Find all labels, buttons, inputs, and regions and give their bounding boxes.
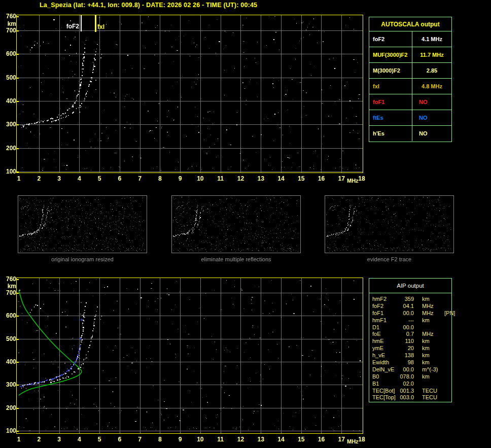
y-tick: 300	[1, 381, 16, 388]
aip-row-delnve: DelN_vE00.0m^(-3)	[372, 366, 451, 373]
parameter-value: NO	[412, 126, 451, 141]
x-axis-unit-bottom: MHz	[347, 438, 359, 444]
aip-row-fof2: foF204.1MHz	[372, 302, 451, 309]
x-tick: 6	[118, 436, 121, 443]
parameter-value: 2.85	[412, 63, 451, 78]
y-tick: 100	[1, 168, 16, 175]
aip-row-b0: B0078.0km	[372, 373, 451, 380]
aip-name: ymE	[372, 345, 397, 351]
x-tick: 15	[298, 175, 304, 182]
aip-unit: km	[422, 373, 444, 380]
bottom-ionogram-canvas	[17, 278, 363, 433]
y-tick: 400	[1, 97, 16, 105]
aip-unit: TECU	[422, 394, 444, 400]
x-tick: 2	[37, 175, 41, 182]
aip-val: 00.0	[397, 310, 414, 316]
x-axis-unit-top: MHz	[347, 178, 359, 184]
x-tick: 5	[98, 436, 101, 443]
aip-val: 00.0	[397, 366, 414, 372]
aip-name: hmF2	[372, 296, 397, 302]
x-tick: 17	[338, 175, 345, 182]
aip-unit: MHz	[422, 303, 444, 309]
thumbnail-original-ionogram	[18, 196, 147, 253]
thumbnail-caption-original: original ionogram resized	[18, 256, 147, 262]
aip-val: 078.0	[397, 373, 414, 380]
aip-name: h_vE	[372, 352, 397, 358]
y-tick: 400	[1, 358, 16, 365]
parameter-label: ftEs	[369, 110, 412, 125]
autoscala-window: { "title": "La_Spezia (lat: +44.1, lon: …	[0, 0, 491, 448]
aip-unit: TECU	[422, 388, 444, 394]
aip-table-header: AIP output	[369, 279, 451, 293]
x-tick: 11	[217, 436, 224, 443]
aip-val: 110	[397, 338, 414, 344]
page-title: La_Spezia (lat: +44.1, lon: 009.8) - DAT…	[40, 2, 257, 9]
aip-name: foE	[372, 331, 397, 337]
aip-val: 02.0	[397, 381, 414, 387]
autoscala-table-header: AUTOSCALA output	[369, 17, 451, 31]
aip-name: foF2	[372, 303, 397, 309]
aip-val: 0.7	[397, 331, 414, 337]
y-tick: 500	[1, 74, 16, 81]
aip-val: 003.0	[397, 394, 414, 400]
aip-val: 359	[397, 296, 414, 302]
x-tick: 4	[78, 175, 81, 182]
x-tick: 1	[17, 436, 21, 443]
aip-name: D1	[372, 324, 397, 330]
parameter-label: foF2	[369, 31, 412, 47]
aip-name: Ewidth	[372, 359, 397, 365]
y-tick: 600	[1, 312, 16, 319]
aip-table-rows: hmF2359kmfoF204.1MHzfoF100.0MHz[PN]hmF1-…	[369, 293, 451, 401]
aip-name: DelN_vE	[372, 366, 397, 372]
x-tick: 3	[57, 175, 61, 182]
autoscala-row-m3000f2: M(3000)F22.85	[369, 63, 451, 79]
aip-val: 001.3	[397, 388, 414, 394]
aip-unit: MHz	[422, 331, 444, 337]
x-tick: 3	[57, 436, 61, 443]
aip-val: 04.1	[397, 303, 414, 309]
x-tick: 7	[138, 175, 142, 182]
aip-note: [PN]	[444, 310, 455, 316]
autoscala-row-ftes: ftEsNO	[369, 110, 451, 126]
aip-val: 98	[397, 359, 414, 365]
y-tick: 600	[1, 50, 16, 57]
aip-output-table: AIP output hmF2359kmfoF204.1MHzfoF100.0M…	[369, 278, 452, 402]
x-tick: 18	[358, 436, 365, 443]
x-tick: 12	[237, 175, 244, 182]
aip-row-hme: hmE110km	[372, 337, 451, 344]
aip-row-tectop: TEC[Top]003.0TECU	[372, 394, 451, 401]
y-axis-unit-bottom: km	[1, 283, 16, 290]
x-tick: 8	[158, 175, 162, 182]
aip-unit: km	[422, 296, 444, 302]
autoscala-table-rows: foF24.1 MHzMUF(3000)F211.7 MHzM(3000)F22…	[369, 31, 451, 141]
x-tick: 12	[237, 436, 244, 443]
autoscala-row-fxi: fxI4.8 MHz	[369, 79, 451, 94]
x-tick: 16	[318, 436, 325, 443]
aip-name: foF1	[372, 310, 397, 316]
y-tick: 760	[1, 275, 16, 283]
y-tick: 700	[1, 289, 16, 296]
aip-name: TEC[Top]	[372, 394, 397, 400]
x-tick: 7	[138, 436, 142, 443]
autoscala-output-table: AUTOSCALA output foF24.1 MHzMUF(3000)F21…	[369, 17, 452, 142]
x-tick: 13	[257, 175, 264, 182]
autoscala-row-muf3000f2: MUF(3000)F211.7 MHz	[369, 47, 451, 63]
x-tick: 16	[318, 175, 325, 182]
parameter-value: 4.1 MHz	[412, 31, 451, 47]
aip-unit: MHz	[422, 310, 444, 316]
aip-name: hmF1	[372, 317, 397, 323]
parameter-value: NO	[412, 94, 451, 110]
aip-row-hmf1: hmF1---km	[372, 317, 451, 324]
aip-name: TEC[Bot]	[372, 388, 397, 394]
parameter-label: fxI	[369, 79, 412, 94]
autoscala-row-fof1: foF1NO	[369, 94, 451, 110]
autoscala-row-hes: h'EsNO	[369, 126, 451, 141]
x-tick: 14	[277, 436, 284, 443]
x-tick: 13	[257, 436, 264, 443]
aip-unit: km	[422, 317, 444, 323]
thumbnail-caption-reflections: eliminate multiple reflections	[171, 256, 301, 262]
parameter-label: h'Es	[369, 126, 412, 141]
aip-row-d1: D100.0	[372, 324, 451, 331]
aip-unit: km	[422, 359, 444, 365]
y-tick: 100	[1, 427, 16, 434]
